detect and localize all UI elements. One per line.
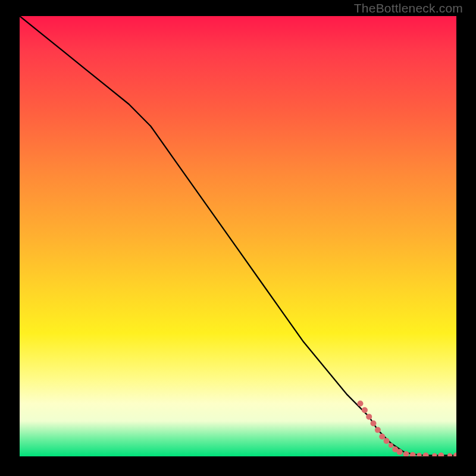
attribution-text: TheBottleneck.com [354, 1, 463, 15]
marker-dot [362, 407, 368, 413]
marker-dot [358, 400, 364, 406]
marker-dot [410, 452, 416, 456]
marker-dot [417, 453, 422, 456]
plot-area [20, 16, 456, 456]
marker-dot [432, 453, 437, 457]
marker-dot [397, 449, 403, 455]
chart-container: TheBottleneck.com [0, 0, 476, 476]
marker-dot [447, 453, 452, 457]
marker-dot [389, 443, 393, 448]
marker-dot [366, 414, 372, 419]
marker-dot [392, 446, 398, 452]
marker-dot [384, 438, 390, 444]
chart-svg [20, 16, 456, 456]
marker-dot [423, 453, 429, 457]
marker-dot [371, 421, 377, 427]
marker-dot [438, 453, 444, 457]
bottleneck-curve [20, 16, 456, 456]
marker-dot [403, 451, 409, 456]
marker-dot [453, 453, 456, 457]
marker-dot [375, 427, 381, 433]
marker-dot [379, 434, 385, 440]
markers-group [358, 400, 457, 456]
